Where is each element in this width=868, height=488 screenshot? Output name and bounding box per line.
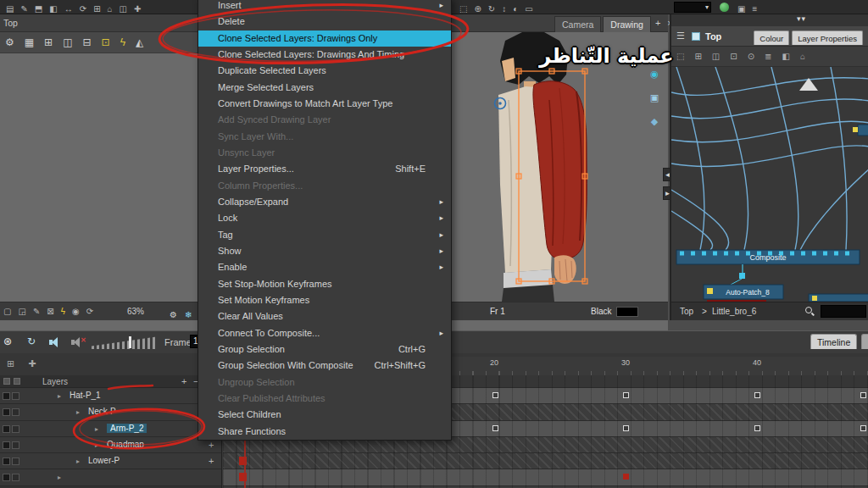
port-connector[interactable] xyxy=(739,273,745,279)
expand-arrow-icon[interactable]: ▸ xyxy=(95,441,98,449)
menu-item-convert-drawings-to-match-art-layer-type[interactable]: Convert Drawings to Match Art Layer Type xyxy=(198,96,451,112)
status-green-icon[interactable] xyxy=(720,3,729,12)
menu-item-clone-selected-layers-drawings-and-timing[interactable]: Clone Selected Layers: Drawings And Timi… xyxy=(198,47,451,63)
node-search-input[interactable] xyxy=(821,305,866,318)
layer-row-neck-p[interactable]: ▸Neck-P+ xyxy=(0,404,221,420)
menu-item-tag[interactable]: Tag▸ xyxy=(198,227,451,243)
tab-drawing[interactable]: Drawing xyxy=(603,16,651,32)
expand-arrow-icon[interactable]: ▸ xyxy=(76,408,80,416)
layer-visibility-toggle[interactable] xyxy=(12,408,19,416)
keyframe-marker[interactable] xyxy=(860,425,866,431)
expand-arrow-icon[interactable]: ▸ xyxy=(76,458,80,465)
menu-item-connect-to-composite[interactable]: Connect To Composite...▸ xyxy=(198,325,451,341)
layer-enable-toggle[interactable] xyxy=(3,441,10,449)
add-grid-icon[interactable]: ⊞ xyxy=(44,32,53,53)
left-pane-icon[interactable]: ◧ xyxy=(782,47,789,66)
menu-item-set-stop-motion-keyframes[interactable]: Set Stop-Motion Keyframes xyxy=(198,276,451,292)
menu-item-share-functions[interactable]: Share Functions xyxy=(198,424,451,440)
layer-enable-toggle[interactable] xyxy=(3,458,10,465)
composite-node[interactable]: Composite xyxy=(676,250,860,264)
breadcrumb-current[interactable]: Little_bro_6 xyxy=(712,307,756,316)
gear-icon[interactable]: ⚙ xyxy=(170,306,177,324)
border-icon[interactable]: ◲ xyxy=(18,302,25,320)
keyframe-marker[interactable] xyxy=(860,392,866,398)
keyframe-marker[interactable] xyxy=(754,425,760,431)
draw-mode-icon[interactable]: ✎ xyxy=(33,302,40,320)
track-row-lower-p[interactable] xyxy=(223,453,868,469)
menu-item-lock[interactable]: Lock▸ xyxy=(198,210,451,226)
layer-enable-toggle[interactable] xyxy=(3,392,10,400)
layer-visibility-toggle[interactable] xyxy=(12,392,19,400)
menu-item-group-selection-with-composite[interactable]: Group Selection With CompositeCtrl+Shift… xyxy=(198,358,451,374)
layer-row-hat-p-1[interactable]: ▸Hat-P_1+ xyxy=(0,388,221,404)
add-layer-button[interactable]: + xyxy=(181,376,186,386)
menu-item-group-selection[interactable]: Group SelectionCtrl+G xyxy=(198,341,451,358)
preview-icon[interactable]: ◉ xyxy=(72,302,80,320)
zoom-level[interactable]: 63% xyxy=(127,307,144,316)
search-node-icon[interactable]: ⊙ xyxy=(748,47,754,66)
focus-node-icon[interactable]: ⊡ xyxy=(730,47,737,66)
breadcrumb-root[interactable]: Top xyxy=(680,307,693,316)
onion-skin-icon[interactable]: ◭ xyxy=(136,32,143,53)
expand-arrow-icon[interactable]: ▸ xyxy=(58,474,61,481)
layer-visibility-toggle[interactable] xyxy=(12,474,19,481)
tab-timeline[interactable]: Timeline xyxy=(810,334,857,349)
menu-item-layer-properties[interactable]: Layer Properties...Shift+E xyxy=(198,161,451,177)
safe-area-icon[interactable]: ▢ xyxy=(3,302,11,320)
sound-on-icon[interactable] xyxy=(49,337,62,347)
tab-node-partial[interactable]: Node xyxy=(861,334,868,349)
add-parameter-button[interactable]: + xyxy=(209,440,214,450)
hamburger-menu-icon[interactable]: ☰ xyxy=(676,30,685,42)
layer-name[interactable]: Arm-P_2 xyxy=(107,424,147,433)
tool-preset-icon[interactable]: ◆ xyxy=(649,114,659,128)
layer-name[interactable]: Neck-P xyxy=(88,407,116,416)
layer-row-empty-5[interactable]: ▸ xyxy=(0,469,221,485)
layer-name[interactable]: Lower-P xyxy=(88,456,120,465)
keyframe-marker[interactable] xyxy=(623,392,629,398)
menu-item-collapse-expand[interactable]: Collapse/Expand▸ xyxy=(198,194,451,210)
expand-arrow-icon[interactable]: ▸ xyxy=(95,425,98,433)
layer-row-arm-p-2[interactable]: ▸Arm-P_2+ xyxy=(0,421,221,437)
list-nodes-icon[interactable]: ≣ xyxy=(765,47,771,66)
keyframe-marker-red[interactable] xyxy=(623,474,629,480)
layer-enable-toggle[interactable] xyxy=(3,408,10,416)
layer-view-icon[interactable]: ▣ xyxy=(649,91,659,104)
split-node-view-icon[interactable]: ◫ xyxy=(712,47,720,66)
collapse-icon[interactable]: ⊟ xyxy=(83,32,92,53)
add-node-icon[interactable]: ⊞ xyxy=(694,47,701,66)
tab-layer-properties[interactable]: Layer Properties xyxy=(792,30,863,45)
layer-row-lower-p[interactable]: ▸Lower-P+ xyxy=(0,453,221,469)
search-icon[interactable] xyxy=(805,307,812,313)
layer-name[interactable]: Quadmap xyxy=(107,440,144,449)
gear-icon[interactable]: ⚙ xyxy=(5,32,14,53)
tab-camera[interactable]: Camera xyxy=(554,16,601,32)
magnet-icon[interactable]: ϟ xyxy=(120,32,125,53)
refresh-view-icon[interactable]: ⟳ xyxy=(86,302,93,320)
menu-item-clone-selected-layers-drawings-only[interactable]: Clone Selected Layers: Drawings Only xyxy=(198,30,451,47)
layer-enable-toggle[interactable] xyxy=(3,474,10,481)
menu-item-show[interactable]: Show▸ xyxy=(198,243,451,259)
add-layer-icon[interactable]: ⊞ xyxy=(7,353,14,374)
lock-icon[interactable]: ⊡ xyxy=(102,32,110,53)
volume-slider[interactable] xyxy=(92,336,158,349)
add-parameter-button[interactable]: + xyxy=(209,456,214,466)
node-graph[interactable]: Composite Auto-Patch_8 xyxy=(671,67,868,302)
outline-icon[interactable]: ⊠ xyxy=(47,302,53,320)
effects-icon[interactable]: ⊛ xyxy=(3,336,12,347)
layer-visibility-toggle[interactable] xyxy=(12,458,19,465)
menu-item-delete[interactable]: Delete xyxy=(198,14,451,30)
menu-item-select-children[interactable]: Select Children xyxy=(198,407,451,423)
split-view-icon[interactable]: ◫ xyxy=(63,32,72,53)
menu-item-set-motion-keyframes[interactable]: Set Motion Keyframes xyxy=(198,292,451,308)
snowflake-icon[interactable]: ❄ xyxy=(185,306,192,324)
track-row-empty-5[interactable] xyxy=(223,469,868,485)
menu-item-enable[interactable]: Enable▸ xyxy=(198,259,451,275)
tab-colour[interactable]: Colour xyxy=(754,30,789,45)
loop-playback-icon[interactable]: ↻ xyxy=(27,336,36,347)
layer-visibility-toggle[interactable] xyxy=(12,441,19,449)
background-color-swatch[interactable] xyxy=(616,307,638,317)
workspace-dropdown[interactable]: ▾ xyxy=(674,2,711,13)
expand-arrow-icon[interactable]: ▸ xyxy=(58,392,61,400)
keyframe-marker[interactable] xyxy=(492,425,498,431)
grid-icon[interactable]: ▦ xyxy=(25,32,34,53)
